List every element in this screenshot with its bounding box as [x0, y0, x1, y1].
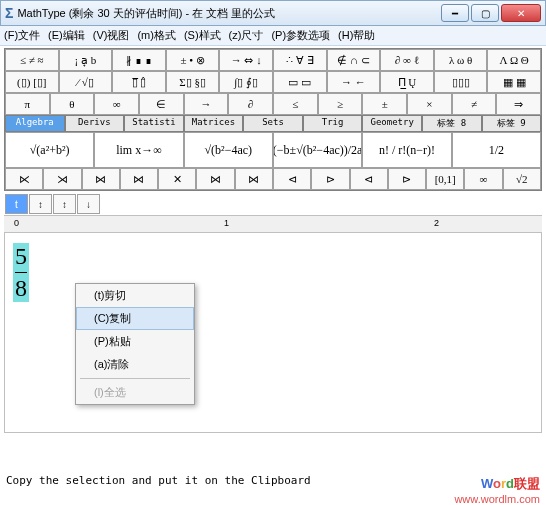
symrow4-12[interactable]: ∞ [464, 168, 502, 190]
fraction-selection[interactable]: 5 8 [13, 243, 29, 302]
symrow2-3[interactable]: Σ▯ §▯ [166, 71, 220, 93]
tab-标签 9[interactable]: 标签 9 [482, 115, 542, 132]
close-button[interactable]: ✕ [501, 4, 541, 22]
symrow4-6[interactable]: ⋈ [235, 168, 273, 190]
symrow2-7[interactable]: Π̲ Ų [380, 71, 434, 93]
tab-derivs[interactable]: Derivs [65, 115, 125, 132]
symrow2-2[interactable]: ▯̅ ▯̂ [112, 71, 166, 93]
ctx-selectall: (l)全选 [76, 381, 194, 404]
symrow3-6[interactable]: ≤ [273, 93, 318, 115]
fraction-numerator: 5 [15, 243, 27, 270]
tab-trig[interactable]: Trig [303, 115, 363, 132]
symrow1-0[interactable]: ≤ ≠ ≈ [5, 49, 59, 71]
title-bar: Σ MathType (剩余 30 天的评估时间) - 在 文档 里的公式 ━ … [0, 0, 546, 26]
symrow3-5[interactable]: ∂ [228, 93, 273, 115]
symrow1-7[interactable]: ∂ ∞ ℓ [380, 49, 434, 71]
template-3[interactable]: (−b±√(b²−4ac))/2a [273, 132, 362, 168]
symrow3-2[interactable]: ∞ [94, 93, 139, 115]
symrow2-1[interactable]: ⁄ √▯ [59, 71, 113, 93]
symrow1-5[interactable]: ∴ ∀ ∃ [273, 49, 327, 71]
symrow2-6[interactable]: → ← [327, 71, 381, 93]
menu-help[interactable]: (H)帮助 [338, 28, 375, 43]
minimize-button[interactable]: ━ [441, 4, 469, 22]
symrow4-3[interactable]: ⋈ [120, 168, 158, 190]
ctx-paste[interactable]: (P)粘贴 [76, 330, 194, 353]
fraction-denominator: 8 [15, 275, 27, 302]
symrow3-9[interactable]: × [407, 93, 452, 115]
tab-sets[interactable]: Sets [243, 115, 303, 132]
menu-format[interactable]: (m)格式 [137, 28, 176, 43]
symrow4-11[interactable]: [0,1] [426, 168, 464, 190]
tool-panel: ≤ ≠ ≈¡ a͎ b∦ ∎ ∎± • ⊗→ ⇔ ↓∴ ∀ ∃∉ ∩ ⊂∂ ∞ … [4, 48, 542, 191]
ruler[interactable]: 0 1 2 [4, 215, 542, 233]
context-menu: (t)剪切 (C)复制 (P)粘贴 (a)清除 (l)全选 [75, 283, 195, 405]
symrow3-8[interactable]: ± [362, 93, 407, 115]
tool-t[interactable]: t [5, 194, 28, 214]
tab-algebra[interactable]: Algebra [5, 115, 65, 132]
symrow2-5[interactable]: ▭ ▭ [273, 71, 327, 93]
menu-view[interactable]: (V)视图 [93, 28, 130, 43]
menu-size[interactable]: (z)尺寸 [229, 28, 264, 43]
symrow1-9[interactable]: Λ Ω Θ [487, 49, 541, 71]
ruler-mark-0: 0 [14, 218, 19, 228]
tab-matrices[interactable]: Matrices [184, 115, 244, 132]
template-5[interactable]: 1/2 [452, 132, 541, 168]
symrow4-8[interactable]: ⊳ [311, 168, 349, 190]
tab-statisti[interactable]: Statisti [124, 115, 184, 132]
symrow3-7[interactable]: ≥ [318, 93, 363, 115]
small-toolbar: t ↕ ↕ ↓ [4, 193, 542, 215]
template-4[interactable]: n! / r!(n−r)! [362, 132, 451, 168]
template-1[interactable]: lim x→∞ [94, 132, 183, 168]
symrow4-0[interactable]: ⋉ [5, 168, 43, 190]
symrow3-1[interactable]: θ [50, 93, 95, 115]
ctx-copy[interactable]: (C)复制 [76, 307, 194, 330]
symrow2-9[interactable]: ▦ ▦ [487, 71, 541, 93]
symrow1-8[interactable]: λ ω θ [434, 49, 488, 71]
symrow1-2[interactable]: ∦ ∎ ∎ [112, 49, 166, 71]
symrow4-4[interactable]: ✕ [158, 168, 196, 190]
watermark-url: www.wordlm.com [454, 493, 540, 505]
symrow3-3[interactable]: ∈ [139, 93, 184, 115]
app-icon: Σ [5, 5, 13, 21]
tool-down[interactable]: ↓ [77, 194, 100, 214]
editor-canvas[interactable]: 5 8 (t)剪切 (C)复制 (P)粘贴 (a)清除 (l)全选 [4, 233, 542, 433]
symrow4-10[interactable]: ⊳ [388, 168, 426, 190]
symrow2-4[interactable]: ∫▯ ∮▯ [219, 71, 273, 93]
symrow2-0[interactable]: (▯) [▯] [5, 71, 59, 93]
symrow3-11[interactable]: ⇒ [496, 93, 541, 115]
symrow1-1[interactable]: ¡ a͎ b [59, 49, 113, 71]
ruler-mark-1: 1 [224, 218, 229, 228]
template-0[interactable]: √(a²+b²) [5, 132, 94, 168]
fraction-bar [15, 272, 27, 273]
menu-edit[interactable]: (E)编辑 [48, 28, 85, 43]
menu-bar: (F)文件 (E)编辑 (V)视图 (m)格式 (S)样式 (z)尺寸 (P)参… [0, 26, 546, 46]
symrow4-5[interactable]: ⋈ [196, 168, 234, 190]
tab-标签 8[interactable]: 标签 8 [422, 115, 482, 132]
tool-updown-1[interactable]: ↕ [29, 194, 52, 214]
ctx-clear[interactable]: (a)清除 [76, 353, 194, 376]
window-title: MathType (剩余 30 天的评估时间) - 在 文档 里的公式 [17, 6, 441, 21]
symrow3-0[interactable]: π [5, 93, 50, 115]
symrow4-1[interactable]: ⋊ [43, 168, 81, 190]
symrow3-4[interactable]: → [184, 93, 229, 115]
ruler-mark-2: 2 [434, 218, 439, 228]
symrow3-10[interactable]: ≠ [452, 93, 497, 115]
menu-style[interactable]: (S)样式 [184, 28, 221, 43]
symrow2-8[interactable]: ▯▯▯ [434, 71, 488, 93]
symrow4-2[interactable]: ⋈ [82, 168, 120, 190]
menu-prefs[interactable]: (P)参数选项 [271, 28, 330, 43]
watermark: Word联盟 www.wordlm.com [454, 475, 540, 505]
tool-updown-2[interactable]: ↕ [53, 194, 76, 214]
symrow4-9[interactable]: ⊲ [350, 168, 388, 190]
symrow1-3[interactable]: ± • ⊗ [166, 49, 220, 71]
tab-geometry[interactable]: Geometry [362, 115, 422, 132]
symrow1-6[interactable]: ∉ ∩ ⊂ [327, 49, 381, 71]
symrow4-7[interactable]: ⊲ [273, 168, 311, 190]
ctx-cut[interactable]: (t)剪切 [76, 284, 194, 307]
symrow1-4[interactable]: → ⇔ ↓ [219, 49, 273, 71]
template-2[interactable]: √(b²−4ac) [184, 132, 273, 168]
maximize-button[interactable]: ▢ [471, 4, 499, 22]
window-buttons: ━ ▢ ✕ [441, 4, 541, 22]
symrow4-13[interactable]: √2 [503, 168, 541, 190]
menu-file[interactable]: (F)文件 [4, 28, 40, 43]
